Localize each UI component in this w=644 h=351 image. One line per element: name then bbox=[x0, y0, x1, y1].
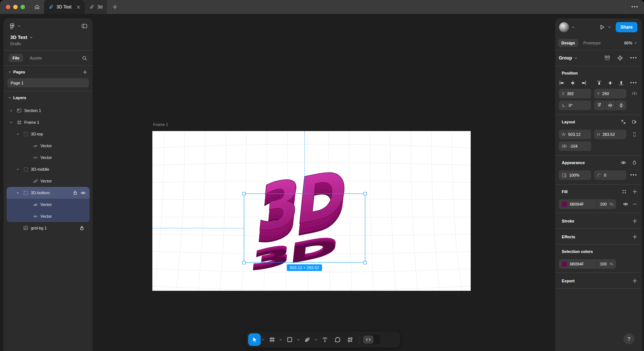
lock-icon[interactable] bbox=[79, 225, 84, 231]
fill-color-swatch[interactable] bbox=[562, 202, 567, 207]
layer-row-3d-middle[interactable]: 3D-middle bbox=[4, 163, 93, 175]
rotation-input[interactable]: 0° bbox=[559, 101, 591, 110]
add-fill-icon[interactable] bbox=[632, 189, 637, 194]
shape-tool-menu-icon[interactable] bbox=[296, 338, 300, 341]
selection-color-input[interactable]: 6B094F bbox=[559, 259, 597, 269]
canvas[interactable]: Frame 1 3D bbox=[0, 14, 644, 351]
remove-fill-icon[interactable] bbox=[632, 202, 637, 207]
help-button[interactable]: ? bbox=[623, 333, 634, 344]
file-tab-3d-text[interactable]: 3D Text bbox=[44, 0, 85, 14]
flip-vertical-icon[interactable] bbox=[615, 101, 626, 110]
fill-color-input[interactable]: 6B094F bbox=[559, 199, 597, 209]
frame-tool-menu-icon[interactable] bbox=[278, 338, 283, 341]
new-tab-button[interactable] bbox=[107, 0, 123, 14]
rotate-90-icon[interactable] bbox=[594, 102, 605, 108]
figma-logo-icon[interactable] bbox=[9, 23, 14, 29]
layer-row-3d-bottom[interactable]: 3D-bottom bbox=[7, 187, 90, 199]
styles-icon[interactable] bbox=[621, 189, 627, 195]
flip-horizontal-icon[interactable] bbox=[605, 101, 616, 110]
align-horizontal-center-icon[interactable] bbox=[570, 80, 576, 86]
tab-design[interactable]: Design bbox=[558, 39, 578, 47]
chevron-right-icon[interactable] bbox=[8, 109, 14, 112]
layer-row-grid-bg-1[interactable]: grid-bg 1 bbox=[4, 222, 93, 234]
chevron-down-icon[interactable] bbox=[15, 191, 21, 195]
tab-file[interactable]: File bbox=[9, 54, 23, 62]
comment-tool[interactable] bbox=[331, 333, 344, 346]
chevron-down-icon[interactable] bbox=[8, 70, 12, 74]
align-bottom-icon[interactable] bbox=[618, 80, 624, 86]
toggle-fill-visibility-icon[interactable] bbox=[623, 201, 629, 207]
chevron-down-icon[interactable] bbox=[15, 133, 21, 136]
layer-row-vector[interactable]: Vector bbox=[7, 199, 90, 210]
gap-input[interactable]: -104 bbox=[559, 141, 591, 151]
align-right-icon[interactable] bbox=[581, 80, 587, 86]
tab-prototype[interactable]: Prototype bbox=[583, 41, 601, 45]
chevron-down-icon[interactable] bbox=[574, 56, 578, 60]
selection-color-opacity-input[interactable]: 100 % bbox=[597, 259, 616, 269]
selection-color-swatch[interactable] bbox=[562, 261, 567, 267]
align-top-icon[interactable] bbox=[596, 80, 602, 86]
align-vertical-center-icon[interactable] bbox=[607, 80, 613, 86]
selection-bounding-box[interactable] bbox=[244, 193, 365, 263]
chevron-down-icon[interactable] bbox=[15, 168, 21, 171]
layer-row-section-1[interactable]: Section 1 bbox=[4, 105, 93, 116]
layer-row-frame-1[interactable]: Frame 1 bbox=[4, 116, 93, 128]
x-position-input[interactable]: X 382 bbox=[559, 89, 591, 98]
selection-handle-bottom-right[interactable] bbox=[363, 261, 367, 264]
corner-radius-input[interactable]: 0 bbox=[594, 170, 626, 180]
blend-mode-icon[interactable] bbox=[632, 160, 637, 166]
layer-row-vector[interactable]: Vector bbox=[7, 210, 90, 222]
close-tab-icon[interactable] bbox=[76, 5, 80, 9]
frame-tool[interactable] bbox=[266, 333, 278, 346]
chevron-down-icon[interactable] bbox=[29, 36, 33, 39]
file-title[interactable]: 3D Text bbox=[10, 35, 27, 40]
eye-icon[interactable] bbox=[621, 160, 626, 166]
opacity-input[interactable]: 100% bbox=[559, 170, 591, 180]
layer-row-vector[interactable]: Vector bbox=[4, 175, 93, 187]
move-tool-menu-icon[interactable] bbox=[261, 338, 265, 341]
minimize-window-button[interactable] bbox=[13, 5, 18, 9]
selection-handle-top-left[interactable] bbox=[242, 192, 246, 195]
frame-name-label[interactable]: Frame 1 bbox=[153, 122, 168, 127]
lock-aspect-ratio-icon[interactable] bbox=[632, 131, 637, 137]
file-tab-3d[interactable]: 3d bbox=[85, 0, 106, 14]
chevron-down-icon[interactable] bbox=[8, 96, 12, 99]
chevron-down-icon[interactable] bbox=[17, 24, 21, 28]
component-icon[interactable] bbox=[617, 55, 623, 61]
home-button[interactable] bbox=[30, 0, 44, 14]
add-auto-layout-icon[interactable] bbox=[632, 119, 637, 125]
align-left-icon[interactable] bbox=[559, 80, 565, 86]
y-position-input[interactable]: Y 260 bbox=[594, 89, 626, 98]
present-icon[interactable] bbox=[599, 24, 605, 30]
avatar[interactable] bbox=[559, 22, 569, 32]
layer-row-vector[interactable]: Vector bbox=[4, 152, 93, 163]
unlock-icon[interactable] bbox=[73, 190, 78, 195]
eye-icon[interactable] bbox=[80, 190, 86, 196]
move-tool[interactable] bbox=[248, 333, 261, 346]
height-input[interactable]: H 283.52 bbox=[594, 130, 626, 139]
window-more-button[interactable]: ••• bbox=[626, 0, 644, 14]
edit-object-icon[interactable] bbox=[604, 55, 610, 61]
dev-mode-toggle[interactable] bbox=[362, 335, 380, 344]
fill-opacity-input[interactable]: 100 % bbox=[597, 199, 616, 209]
page-item-page-1[interactable]: Page 1 bbox=[7, 78, 89, 87]
close-window-button[interactable] bbox=[6, 5, 10, 9]
project-location[interactable]: Drafts bbox=[10, 41, 87, 46]
text-tool[interactable] bbox=[319, 333, 331, 346]
layer-row-vector[interactable]: Vector bbox=[4, 140, 93, 152]
add-page-icon[interactable] bbox=[83, 70, 87, 75]
add-effect-icon[interactable] bbox=[632, 234, 637, 239]
zoom-window-button[interactable] bbox=[21, 5, 25, 9]
add-export-icon[interactable] bbox=[632, 278, 637, 283]
shape-tool[interactable] bbox=[283, 333, 296, 346]
layer-row-3d-top[interactable]: 3D-top bbox=[4, 128, 93, 140]
search-icon[interactable] bbox=[82, 55, 87, 61]
selection-handle-top-right[interactable] bbox=[363, 192, 367, 195]
add-stroke-icon[interactable] bbox=[632, 218, 637, 224]
chevron-down-icon[interactable] bbox=[8, 121, 14, 124]
tab-assets[interactable]: Assets bbox=[30, 56, 42, 60]
chevron-down-icon[interactable] bbox=[571, 25, 575, 29]
chevron-down-icon[interactable] bbox=[608, 25, 611, 29]
actions-tool[interactable] bbox=[344, 333, 356, 346]
share-button[interactable]: Share bbox=[616, 22, 637, 32]
